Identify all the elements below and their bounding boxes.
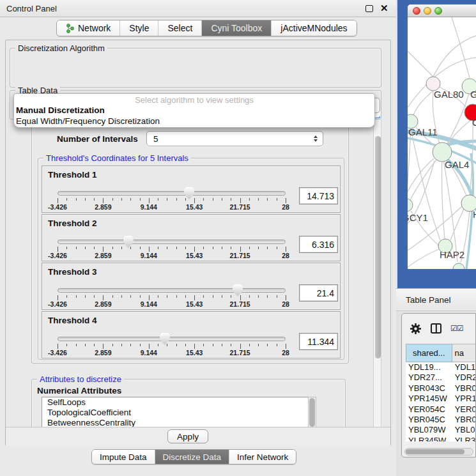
table-rows: YDL19...YDL1YDR27...YDR2YBR043CYBR0YPR14… bbox=[406, 362, 476, 441]
cell-name: YDL1 bbox=[452, 362, 476, 372]
gear-icon[interactable] bbox=[410, 323, 422, 335]
control-panel-titlebar: Control Panel bbox=[0, 0, 396, 17]
network-edge[interactable] bbox=[450, 209, 464, 240]
settings-scrollbar[interactable] bbox=[373, 119, 381, 427]
network-edge[interactable] bbox=[408, 51, 433, 77]
control-panel: Control Panel ✕ NetworkStyleSelectCyni T… bbox=[0, 0, 396, 476]
node-label: GAL11 bbox=[408, 127, 438, 137]
dropdown-item-equal-width-frequency[interactable]: Equal Width/Frequency Discretization bbox=[14, 116, 374, 127]
threshold-slider-track[interactable] bbox=[58, 191, 286, 196]
tab-jactivemnodules[interactable]: jActiveMNodules bbox=[272, 20, 356, 36]
table-row[interactable]: YDL19...YDL1 bbox=[406, 362, 476, 372]
table-row[interactable]: YPR145WYPR1 bbox=[406, 394, 476, 404]
threshold-slider-track[interactable] bbox=[58, 240, 286, 244]
zoom-traffic-light-icon[interactable] bbox=[434, 7, 442, 15]
column-checkboxes-icon[interactable]: ☑☑ bbox=[450, 324, 463, 333]
number-of-intervals-label: Number of Intervals bbox=[57, 134, 138, 144]
column-header-shared-name[interactable]: shared... bbox=[406, 344, 452, 362]
table-row[interactable]: YBR043CYBR0 bbox=[406, 383, 476, 394]
network-view-frame: GAL80GCGAL11GAL4GCY1HHAP2 bbox=[397, 0, 476, 288]
tab-network[interactable]: Network bbox=[57, 20, 120, 36]
tick-label: 21.715 bbox=[230, 203, 250, 211]
tick-label: 2.859 bbox=[95, 252, 111, 259]
table-row[interactable]: YBL079WYBL0 bbox=[406, 425, 476, 435]
control-panel-title: Control Panel bbox=[6, 4, 57, 13]
tab-impute-data[interactable]: Impute Data bbox=[92, 450, 155, 464]
dropdown-item-manual-discretization[interactable]: Manual Discretization bbox=[14, 105, 374, 116]
network-node-gcy1[interactable] bbox=[408, 199, 413, 211]
tick-label: 9.144 bbox=[141, 300, 157, 308]
attribute-item[interactable]: TopologicalCoefficient bbox=[42, 408, 316, 418]
threshold-label: Threshold 1 bbox=[48, 170, 97, 180]
minimize-traffic-light-icon[interactable] bbox=[424, 7, 431, 15]
close-traffic-light-icon[interactable] bbox=[413, 7, 420, 15]
tab-infer-network[interactable]: Infer Network bbox=[229, 450, 296, 464]
table-row[interactable]: YLR345WYLR3 bbox=[406, 436, 476, 441]
split-view-icon[interactable] bbox=[431, 323, 441, 334]
scrollbar-thumb[interactable] bbox=[406, 449, 464, 454]
network-graph[interactable]: GAL80GCGAL11GAL4GCY1HHAP2 bbox=[408, 17, 476, 269]
tab-label: Infer Network bbox=[237, 452, 288, 462]
tick-label: 21.715 bbox=[230, 349, 250, 357]
cell-shared-name: YDR27... bbox=[406, 372, 452, 383]
table-row[interactable]: YDR27...YDR2 bbox=[406, 372, 476, 383]
threshold-value-field[interactable]: 11.344 bbox=[299, 333, 338, 350]
node-table: shared... na YDL19...YDL1YDR27...YDR2YBR… bbox=[406, 344, 476, 441]
apply-button[interactable]: Apply bbox=[167, 429, 208, 443]
cell-name: YBR0 bbox=[452, 415, 476, 425]
cyni-toolbox-panel: Discretization Algorithm Select algorith… bbox=[5, 40, 391, 446]
close-icon[interactable]: ✕ bbox=[380, 3, 388, 14]
numerical-attributes-list[interactable]: SelfLoopsTopologicalCoefficientBetweenne… bbox=[42, 397, 316, 428]
scrollbar-thumb[interactable] bbox=[375, 136, 381, 358]
cell-name: YBL0 bbox=[452, 425, 476, 435]
attributes-list-scrollbar[interactable] bbox=[308, 397, 316, 428]
float-window-icon[interactable] bbox=[365, 5, 373, 12]
attribute-item[interactable]: SelfLoops bbox=[42, 397, 316, 408]
tick-label: 9.144 bbox=[141, 349, 157, 357]
threshold-value-field[interactable]: 6.316 bbox=[299, 236, 338, 253]
tick-label: 15.43 bbox=[186, 203, 203, 211]
network-edge[interactable] bbox=[433, 35, 476, 77]
number-of-intervals-combobox[interactable]: 5 bbox=[146, 131, 323, 146]
algorithm-dropdown-popup: Select algorithm to view settings Manual… bbox=[13, 93, 375, 128]
table-row[interactable]: YER054CYER0 bbox=[406, 404, 476, 415]
tick-label: 28 bbox=[282, 203, 289, 211]
threshold-panel-3: Threshold 3-3.4262.8599.14415.4321.71528… bbox=[42, 263, 341, 310]
table-panel-header: Table Panel bbox=[396, 288, 476, 311]
tab-cyni-toolbox[interactable]: Cyni Toolbox bbox=[202, 20, 272, 36]
threshold-slider-track[interactable] bbox=[58, 288, 286, 293]
network-icon bbox=[66, 24, 74, 33]
node-label: GAL4 bbox=[445, 159, 469, 170]
cell-shared-name: YLR345W bbox=[406, 436, 452, 441]
threshold-value-field[interactable]: 21.4 bbox=[299, 284, 338, 302]
right-pane: GAL80GCGAL11GAL4GCY1HHAP2 Table Panel bbox=[396, 0, 476, 476]
column-header-name[interactable]: na bbox=[452, 344, 476, 362]
number-of-intervals-value: 5 bbox=[153, 134, 158, 144]
network-window-titlebar[interactable] bbox=[408, 4, 476, 17]
tab-select[interactable]: Select bbox=[158, 20, 202, 36]
table-horizontal-scrollbar[interactable] bbox=[404, 448, 473, 456]
attributes-group-title: Attributes to discretize bbox=[37, 374, 124, 384]
scrollbar-thumb[interactable] bbox=[309, 398, 315, 427]
network-edge[interactable] bbox=[413, 91, 433, 115]
tab-discretize-data[interactable]: Discretize Data bbox=[155, 450, 230, 464]
tick-label: 28 bbox=[282, 300, 289, 308]
tick-label: -3.426 bbox=[48, 252, 67, 259]
threshold-slider-track[interactable] bbox=[58, 337, 286, 341]
tick-label: 21.715 bbox=[230, 252, 250, 259]
tab-style[interactable]: Style bbox=[120, 20, 158, 36]
network-node[interactable] bbox=[453, 263, 464, 269]
slider-tick-labels: -3.4262.8599.14415.4321.71528 bbox=[58, 349, 286, 357]
tick-label: 21.715 bbox=[230, 300, 250, 308]
tick-label: -3.426 bbox=[48, 349, 67, 357]
cell-name: YBR0 bbox=[452, 383, 476, 394]
cyni-bottom-tabs: Impute DataDiscretize DataInfer Network bbox=[91, 449, 296, 464]
threshold-value-field[interactable]: 14.713 bbox=[299, 187, 338, 204]
threshold-label: Threshold 3 bbox=[48, 267, 97, 277]
cell-name: YPR1 bbox=[452, 394, 476, 404]
threshold-label: Threshold 4 bbox=[48, 316, 97, 325]
table-row[interactable]: YBR045CYBR0 bbox=[406, 415, 476, 425]
network-edge[interactable] bbox=[408, 249, 439, 267]
tab-label: jActiveMNodules bbox=[280, 23, 347, 33]
tick-label: 2.859 bbox=[95, 203, 111, 211]
